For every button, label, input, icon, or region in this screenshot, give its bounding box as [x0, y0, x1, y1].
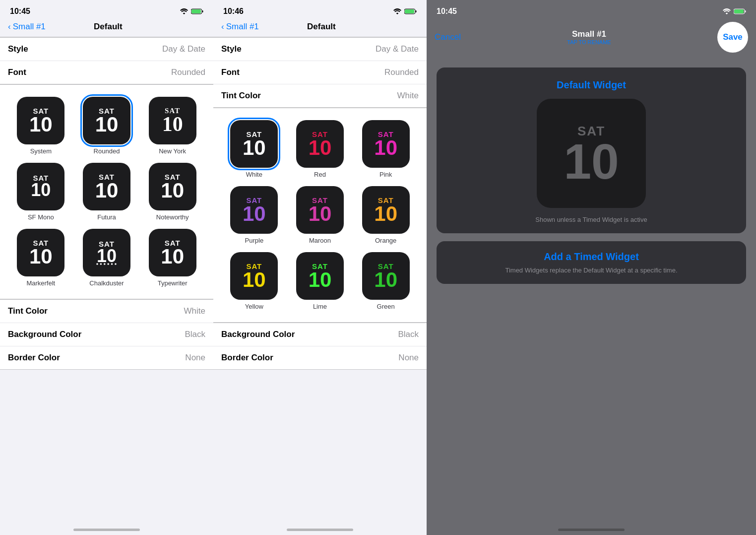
tint-color-label-2: Tint Color [221, 91, 261, 101]
svg-rect-1 [202, 10, 203, 12]
bg-value-1: Black [185, 330, 205, 339]
default-widget-card: Default Widget SAT 10 Shown unless a Tim… [437, 67, 746, 233]
status-icons-2 [393, 8, 417, 14]
color-item-orange[interactable]: SAT 10 Orange [353, 182, 419, 248]
color-item-yellow[interactable]: SAT 10 Yellow [221, 248, 287, 314]
color-label-pink: Pink [379, 171, 392, 178]
large-widget-num: 10 [564, 139, 619, 184]
color-num-green: 10 [374, 270, 397, 290]
home-indicator-3 [558, 529, 625, 531]
font-label-chalkduster: Chalkduster [89, 279, 124, 287]
status-time-3: 10:45 [437, 7, 457, 16]
font-item-typewriter[interactable]: SAT 10 Typewriter [139, 225, 205, 291]
color-num-maroon: 10 [309, 204, 332, 224]
font-item-newyork[interactable]: SAT 10 New York [139, 93, 205, 159]
style-row-1[interactable]: Style Day & Date [0, 38, 213, 61]
style-value-1: Day & Date [162, 44, 205, 54]
color-item-red[interactable]: SAT 10 Red [287, 116, 353, 182]
settings-style-group-2: Style Day & Date Font Rounded Tint Color… [213, 37, 427, 108]
font-value-2: Rounded [384, 67, 419, 77]
font-value-1: Rounded [171, 67, 205, 77]
color-num-orange: 10 [374, 204, 397, 224]
bg-label-1: Background Color [8, 330, 81, 339]
widget-num-markerfelt: 10 [29, 247, 53, 267]
status-time-2: 10:46 [223, 7, 244, 16]
nav-bar-3: Cancel Small #1 TAP TO RENAME Save [427, 20, 756, 58]
font-row-1[interactable]: Font Rounded [0, 61, 213, 84]
tint-row-1[interactable]: Tint Color White [0, 300, 213, 323]
font-item-sfmono[interactable]: SAT 10 SF Mono [8, 159, 74, 225]
widget-card-title: Default Widget [557, 79, 626, 91]
settings-bottom-group-2: Background Color Black Border Color None [213, 323, 427, 370]
battery-icon-2 [404, 8, 417, 14]
cancel-button-3[interactable]: Cancel [435, 32, 461, 42]
font-item-chalkduster[interactable]: SAT 10 Chalkduster [74, 225, 140, 291]
font-label-futura: Futura [97, 213, 116, 221]
battery-icon-3 [734, 8, 746, 14]
color-num-pink: 10 [374, 138, 397, 158]
nav-title-3: Small #1 [567, 29, 611, 39]
wifi-icon-3 [723, 8, 731, 14]
font-item-noteworthy[interactable]: SAT 10 Noteworthy [139, 159, 205, 225]
bg-row-2[interactable]: Background Color Black [213, 323, 427, 346]
font-item-futura[interactable]: SAT 10 Futura [74, 159, 140, 225]
color-item-green[interactable]: SAT 10 Green [353, 248, 419, 314]
third-content: 10:45 Cancel Small #1 TAP TO RENAME Save… [427, 0, 756, 284]
nav-bar-1: ‹ Small #1 Default [0, 20, 213, 37]
nav-title-1: Default [94, 22, 123, 32]
style-row-2[interactable]: Style Day & Date [213, 38, 427, 61]
chevron-left-icon: ‹ [8, 22, 11, 32]
home-indicator-1 [73, 529, 140, 531]
nav-title-container-3: Small #1 TAP TO RENAME [567, 29, 611, 45]
font-label-sfmono: SF Mono [28, 213, 54, 221]
status-icons-1 [180, 8, 203, 14]
font-item-markerfelt[interactable]: SAT 10 Markerfelt [8, 225, 74, 291]
save-label-3[interactable]: Save [723, 32, 743, 42]
screen2-tint-selection: 10:46 ‹ Small #1 Default Style Day & Dat… [213, 0, 427, 535]
color-label-green: Green [377, 303, 395, 310]
save-button-3[interactable]: Save [717, 22, 748, 53]
add-timed-widget-card[interactable]: Add a Timed Widget Timed Widgets replace… [437, 241, 746, 284]
color-label-red: Red [314, 171, 326, 178]
tint-color-value-2: White [397, 91, 419, 101]
nav-bar-2: ‹ Small #1 Default [213, 20, 427, 37]
widget-num-noteworthy: 10 [161, 181, 184, 201]
font-label-rounded: Rounded [94, 147, 120, 155]
color-item-white[interactable]: SAT 10 White [221, 116, 287, 182]
back-label-1[interactable]: Small #1 [13, 22, 46, 32]
widget-caption: Shown unless a Timed Widget is active [535, 216, 647, 223]
border-row-1[interactable]: Border Color None [0, 346, 213, 369]
color-label-lime: Lime [313, 303, 327, 310]
border-row-2[interactable]: Border Color None [213, 346, 427, 369]
font-grid-1: SAT 10 System SAT 10 Rounded SAT 10 New … [0, 84, 213, 299]
home-indicator-2 [287, 529, 353, 531]
color-item-purple[interactable]: SAT 10 Purple [221, 182, 287, 248]
back-label-2[interactable]: Small #1 [226, 22, 259, 32]
color-item-maroon[interactable]: SAT 10 Maroon [287, 182, 353, 248]
back-button-1[interactable]: ‹ Small #1 [8, 22, 46, 32]
font-label-noteworthy: Noteworthy [156, 213, 189, 221]
svg-rect-2 [191, 9, 201, 13]
color-label-purple: Purple [245, 237, 264, 244]
status-bar-3: 10:45 [427, 0, 756, 20]
widget-num-chalkduster: 10 [97, 248, 117, 265]
bg-label-2: Background Color [221, 330, 295, 339]
add-timed-title[interactable]: Add a Timed Widget [446, 251, 736, 263]
color-item-pink[interactable]: SAT 10 Pink [353, 116, 419, 182]
nav-subtitle-3[interactable]: TAP TO RENAME [567, 39, 611, 45]
color-grid-2: SAT 10 White SAT 10 Red SAT 10 Pink SAT … [213, 108, 427, 323]
color-num-purple: 10 [243, 204, 266, 224]
color-label-white: White [246, 171, 262, 178]
back-button-2[interactable]: ‹ Small #1 [221, 22, 259, 32]
font-label-markerfelt: Markerfelt [26, 279, 55, 287]
svg-rect-7 [745, 10, 746, 12]
font-row-2[interactable]: Font Rounded [213, 61, 427, 84]
border-value-2: None [398, 353, 419, 363]
style-value-2: Day & Date [376, 44, 419, 54]
font-item-rounded[interactable]: SAT 10 Rounded [74, 93, 140, 159]
color-item-lime[interactable]: SAT 10 Lime [287, 248, 353, 314]
tint-color-row-2[interactable]: Tint Color White [213, 84, 427, 107]
settings-style-group-1: Style Day & Date Font Rounded [0, 37, 213, 84]
font-item-system[interactable]: SAT 10 System [8, 93, 74, 159]
bg-row-1[interactable]: Background Color Black [0, 323, 213, 346]
